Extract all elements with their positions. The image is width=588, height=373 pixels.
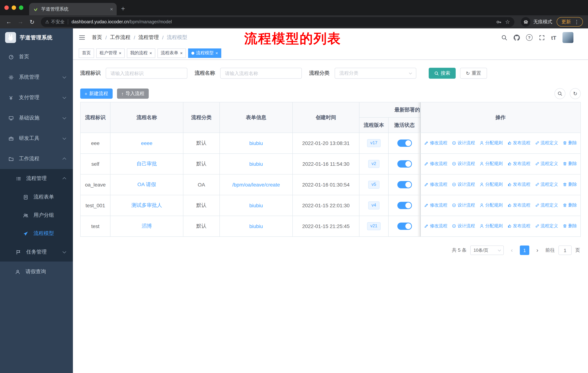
action-delete[interactable]: 删除 [562,140,577,146]
action-assign-rule[interactable]: 分配规则 [479,202,503,208]
action-design-process[interactable]: 设计流程 [452,202,475,208]
action-assign-rule[interactable]: 分配规则 [479,181,503,188]
address-bar[interactable]: ⚠ 不安全 dashboard.yudao.iocoder.cn /bpm/ma… [41,17,514,27]
active-toggle[interactable] [397,222,412,230]
window-close-button[interactable] [4,5,9,10]
action-design-process[interactable]: 设计流程 [452,161,475,167]
refresh-table-button[interactable]: ↻ [570,88,581,99]
reload-button[interactable]: ↻ [27,17,37,27]
reset-button[interactable]: ↻ 重置 [460,68,487,79]
sidebar-item-dev-tools[interactable]: 研发工具 [0,128,73,149]
tag-close-icon[interactable]: × [180,50,183,56]
tag-process-form[interactable]: 流程表单 × [158,48,186,58]
window-minimize-button[interactable] [12,5,16,10]
password-key-icon[interactable] [496,19,501,25]
forward-button[interactable]: → [15,17,26,27]
form-info-link[interactable]: /bpm/oa/leave/create [232,182,280,188]
help-icon[interactable]: ? [526,34,533,41]
action-process-definition[interactable]: 流程定义 [535,140,558,146]
update-button[interactable]: 更新 ⋮ [557,17,583,27]
sidebar-item-process-management[interactable]: 流程管理 [0,169,73,188]
search-button[interactable]: 搜索 [429,68,456,79]
sidebar-toggle-icon[interactable] [79,34,85,41]
tag-tenant-management[interactable]: 租户管理 × [96,48,125,58]
action-modify-process[interactable]: 修改流程 [424,202,447,208]
action-assign-rule[interactable]: 分配规则 [479,140,503,146]
prev-page-button[interactable]: ‹ [507,247,516,253]
tag-close-icon[interactable]: × [119,50,121,56]
action-publish-process[interactable]: 发布流程 [507,202,530,208]
action-design-process[interactable]: 设计流程 [452,181,475,188]
sidebar-item-task-management[interactable]: 任务管理 [0,242,73,262]
tag-close-icon[interactable]: × [215,50,218,56]
action-modify-process[interactable]: 修改流程 [424,161,447,167]
new-tab-button[interactable]: + [121,5,125,13]
action-modify-process[interactable]: 修改流程 [424,140,447,146]
action-publish-process[interactable]: 发布流程 [507,223,530,229]
action-delete[interactable]: 删除 [562,181,577,188]
action-process-definition[interactable]: 流程定义 [535,161,558,167]
process-name-link[interactable]: 滔博 [142,223,152,229]
sidebar-item-workflow[interactable]: 工作流程 [0,149,73,169]
breadcrumb-process-management[interactable]: 流程管理 [138,34,159,41]
process-name-link[interactable]: eeee [141,140,152,146]
form-info-link[interactable]: biubiu [249,140,263,146]
category-select[interactable]: 流程分类 [335,68,416,79]
next-page-button[interactable]: › [533,247,542,253]
action-delete[interactable]: 删除 [562,161,577,167]
github-icon[interactable] [514,34,520,40]
tag-my-process[interactable]: 我的流程 × [127,48,155,58]
user-avatar[interactable] [562,32,573,43]
sidebar-item-leave-query[interactable]: 请假查询 [0,262,73,282]
action-publish-process[interactable]: 发布流程 [507,161,530,167]
sidebar-item-infrastructure[interactable]: 基础设施 [0,108,73,128]
sidebar-item-payment-management[interactable]: ¥ 支付管理 [0,87,73,108]
breadcrumb-workflow[interactable]: 工作流程 [110,34,130,41]
tag-process-model[interactable]: 流程模型 × [188,48,221,58]
action-design-process[interactable]: 设计流程 [452,140,475,146]
action-modify-process[interactable]: 修改流程 [424,223,447,229]
app-logo[interactable]: 芋道管理系统 [0,28,73,47]
import-process-button[interactable]: ↑ 导入流程 [117,89,149,99]
action-modify-process[interactable]: 修改流程 [424,181,447,188]
window-zoom-button[interactable] [19,5,23,10]
form-info-link[interactable]: biubiu [249,223,263,229]
action-assign-rule[interactable]: 分配规则 [479,161,503,167]
action-process-definition[interactable]: 流程定义 [535,223,558,229]
fullscreen-icon[interactable] [539,34,545,40]
sidebar-item-system-management[interactable]: 系统管理 [0,67,73,87]
action-delete[interactable]: 删除 [562,202,577,208]
sidebar-item-process-form[interactable]: 流程表单 [0,188,73,206]
browser-menu-icon[interactable]: ⋮ [574,19,579,25]
tag-home[interactable]: 首页 [79,48,94,58]
security-label[interactable]: 不安全 [51,19,65,25]
active-toggle[interactable] [397,160,412,168]
bookmark-star-icon[interactable]: ☆ [505,19,510,25]
action-delete[interactable]: 删除 [562,223,577,229]
page-number-1[interactable]: 1 [520,245,529,255]
tag-close-icon[interactable]: × [149,50,152,56]
browser-tab[interactable]: 芋道管理系统 × [29,3,117,15]
action-process-definition[interactable]: 流程定义 [535,181,558,188]
search-icon[interactable] [501,34,507,40]
action-publish-process[interactable]: 发布流程 [507,140,530,146]
process-id-input[interactable] [106,68,187,79]
active-toggle[interactable] [397,140,412,147]
goto-page-input[interactable] [558,245,572,255]
process-name-input[interactable] [220,68,302,79]
tab-close-icon[interactable]: × [110,6,113,12]
action-publish-process[interactable]: 发布流程 [507,181,530,188]
form-info-link[interactable]: biubiu [249,161,263,167]
sidebar-item-user-group[interactable]: 用户分组 [0,206,73,224]
active-toggle[interactable] [397,181,412,188]
action-design-process[interactable]: 设计流程 [452,223,475,229]
active-toggle[interactable] [397,202,412,209]
toggle-search-button[interactable] [555,88,565,99]
sidebar-item-home[interactable]: 首页 [0,47,73,67]
font-size-icon[interactable]: tT [551,34,556,40]
sidebar-item-process-model[interactable]: 流程模型 [0,224,73,242]
process-name-link[interactable]: 测试多审批人 [131,202,162,208]
process-name-link[interactable]: 自己审批 [136,161,157,166]
action-assign-rule[interactable]: 分配规则 [479,223,503,229]
page-size-select[interactable]: 10条/页 [470,245,504,255]
